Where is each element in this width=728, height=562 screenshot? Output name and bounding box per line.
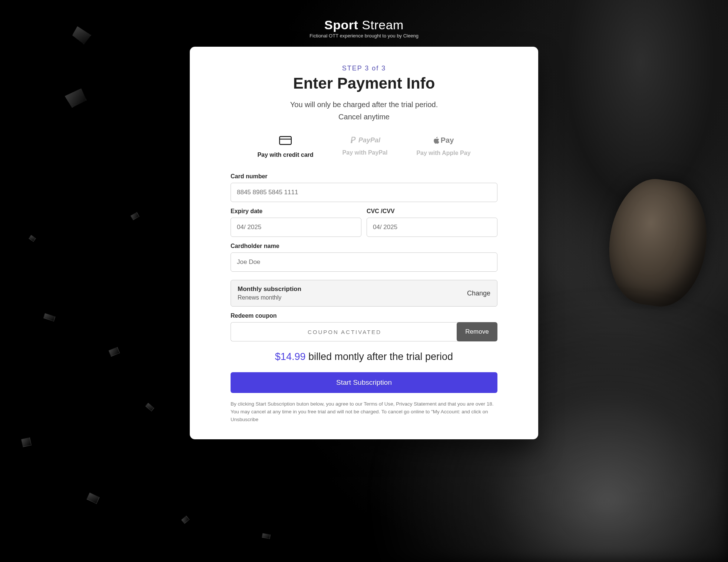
paypal-icon: PayPal bbox=[350, 136, 380, 144]
change-plan-link[interactable]: Change bbox=[467, 290, 490, 297]
apple-pay-brand-text: Pay bbox=[441, 136, 454, 145]
payment-card: STEP 3 of 3 Enter Payment Info You will … bbox=[190, 47, 538, 439]
plan-name: Monthly subscription bbox=[238, 285, 301, 293]
method-apple-pay-label: Pay with Apple Pay bbox=[416, 150, 470, 156]
brand-tagline: Fictional OTT experience brought to you … bbox=[310, 33, 418, 39]
subtitle-line-2: Cancel anytime bbox=[225, 113, 503, 121]
expiry-input[interactable] bbox=[231, 218, 361, 237]
cardholder-label: Cardholder name bbox=[231, 243, 497, 249]
cvc-label: CVC /CVV bbox=[367, 208, 497, 215]
step-indicator: STEP 3 of 3 bbox=[225, 65, 503, 72]
method-credit-card[interactable]: Pay with credit card bbox=[257, 136, 313, 158]
brand-name-bold: Sport bbox=[324, 18, 358, 32]
brand-name-light: Stream bbox=[362, 18, 404, 32]
method-apple-pay[interactable]: Pay Pay with Apple Pay bbox=[416, 136, 470, 158]
price-line: $14.99 billed montly after the trial per… bbox=[231, 351, 497, 363]
price-suffix: billed montly after the trial period bbox=[305, 351, 453, 362]
remove-coupon-button[interactable]: Remove bbox=[457, 322, 497, 341]
payment-form: Card number Expiry date CVC /CVV Cardhol… bbox=[225, 173, 503, 424]
plan-summary-box: Monthly subscription Renews monthly Chan… bbox=[231, 280, 497, 307]
payment-methods: Pay with credit card PayPal Pay with Pay… bbox=[225, 136, 503, 158]
subtitle-line-1: You will only be charged after the trial… bbox=[225, 100, 503, 109]
card-number-input[interactable] bbox=[231, 183, 497, 202]
expiry-label: Expiry date bbox=[231, 208, 361, 215]
start-subscription-button[interactable]: Start Subscription bbox=[231, 372, 497, 393]
method-paypal[interactable]: PayPal Pay with PayPal bbox=[343, 136, 388, 158]
svg-rect-0 bbox=[279, 136, 291, 145]
paypal-brand-text: PayPal bbox=[358, 136, 380, 144]
page-title: Enter Payment Info bbox=[225, 75, 503, 92]
method-paypal-label: Pay with PayPal bbox=[343, 149, 388, 156]
price-amount: $14.99 bbox=[275, 351, 306, 362]
coupon-input[interactable] bbox=[231, 322, 458, 341]
brand-logo: Sport Stream Fictional OTT experience br… bbox=[310, 18, 418, 39]
apple-pay-icon: Pay bbox=[433, 136, 454, 145]
method-credit-card-label: Pay with credit card bbox=[257, 152, 313, 158]
cardholder-input[interactable] bbox=[231, 252, 497, 272]
plan-renews: Renews monthly bbox=[238, 294, 301, 301]
coupon-label: Redeem coupon bbox=[231, 313, 497, 319]
legal-text: By clicking Start Subscription buton bel… bbox=[231, 400, 497, 424]
card-number-label: Card number bbox=[231, 173, 497, 180]
cvc-input[interactable] bbox=[367, 218, 497, 237]
credit-card-icon bbox=[279, 136, 292, 146]
